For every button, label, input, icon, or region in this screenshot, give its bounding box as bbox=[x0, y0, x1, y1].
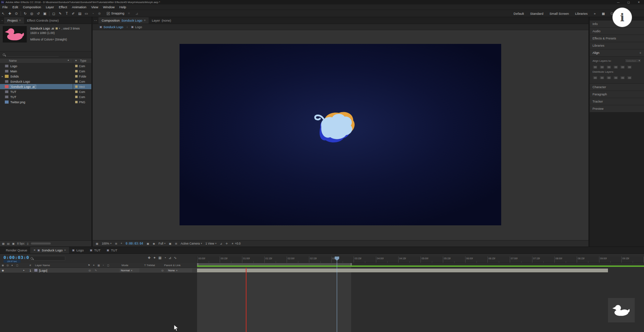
guides-icon[interactable]: ✛ bbox=[226, 242, 228, 245]
align-vcenter-button[interactable] bbox=[620, 65, 625, 69]
eraser-tool-icon[interactable]: ▭ bbox=[83, 12, 90, 15]
collapse-transform-icon[interactable]: ◎ bbox=[89, 269, 91, 272]
motion-blur-column-icon[interactable]: ◔ bbox=[102, 264, 104, 267]
info-overlay-button[interactable]: i bbox=[612, 8, 632, 27]
snap-shape-icon[interactable]: ⌗ bbox=[126, 11, 132, 15]
label-swatch-icon[interactable] bbox=[56, 27, 58, 29]
panel-audio[interactable]: Audio bbox=[590, 28, 644, 35]
snapping-checkbox[interactable]: ✓ bbox=[107, 12, 110, 15]
panel-paragraph[interactable]: Paragraph bbox=[590, 91, 644, 98]
align-right-button[interactable] bbox=[606, 65, 611, 69]
menu-view[interactable]: View bbox=[89, 5, 101, 9]
snapshot-icon[interactable]: ▣ bbox=[147, 242, 149, 245]
project-row-sonduck-logo[interactable]: Sonduck Logo Com bbox=[0, 79, 91, 84]
label-chip[interactable] bbox=[75, 70, 78, 72]
quality-column-icon[interactable]: ⚑ bbox=[88, 264, 90, 267]
magnification-grid-icon[interactable]: ▦ bbox=[96, 242, 99, 245]
quality-icon[interactable]: ✎ bbox=[95, 269, 97, 272]
project-row-twitter-png[interactable]: Twitter.png PNG bbox=[0, 99, 91, 105]
column-type[interactable]: Type bbox=[80, 59, 86, 62]
panel-menu-icon[interactable]: ≡ bbox=[144, 19, 146, 22]
layer-name[interactable]: [Logo] bbox=[39, 269, 47, 272]
parent-column-header[interactable]: Parent & Link bbox=[164, 264, 181, 267]
tab-timeline-logo[interactable]: ▣ Logo bbox=[69, 247, 87, 253]
layer-row[interactable]: ◉ ▸ 1 [Logo] ◎ ✎ Normal ▾ ◎ None ▾ bbox=[0, 268, 197, 273]
menu-composition[interactable]: Composition bbox=[21, 5, 44, 9]
puppet-tool-icon[interactable]: ⊕ bbox=[96, 12, 103, 15]
project-row-tut-1[interactable]: TUT Com bbox=[0, 89, 91, 94]
minimize-button[interactable]: — bbox=[613, 0, 623, 4]
blend-column-icon[interactable]: ▦ bbox=[97, 264, 100, 267]
audio-column-icon[interactable]: ◎ bbox=[7, 264, 9, 267]
viewer-tab-sonduck-logo[interactable]: ▣ Sonduck Logo bbox=[97, 24, 126, 30]
snap-angle-icon[interactable]: ⊿ bbox=[134, 12, 140, 15]
zoom-tool-icon[interactable]: ⊙ bbox=[13, 12, 20, 15]
mask-visibility-icon[interactable]: ⊞ bbox=[115, 242, 117, 245]
viewer-tab-logo[interactable]: ▣ Logo bbox=[128, 24, 145, 30]
frame-blending-icon[interactable]: ▦ bbox=[158, 256, 161, 260]
type-tool-icon[interactable]: T bbox=[64, 12, 70, 15]
selection-tool-icon[interactable]: ↖ bbox=[0, 12, 7, 15]
transparency-grid-icon[interactable]: ⊞ bbox=[175, 242, 177, 245]
mode-column-header[interactable]: Mode bbox=[122, 264, 128, 267]
current-timecode[interactable]: 0:00:03:04 bbox=[3, 255, 32, 260]
menu-animation[interactable]: Animation bbox=[69, 5, 89, 9]
panel-effects-presets[interactable]: Effects & Presets bbox=[590, 35, 644, 42]
back-arrow-icon[interactable]: ‹ bbox=[126, 25, 128, 29]
exposure-control[interactable]: ☀ +0.0 bbox=[231, 242, 241, 245]
label-chip[interactable] bbox=[75, 65, 78, 67]
zoom-dropdown[interactable]: 100%▾ bbox=[102, 242, 112, 245]
menu-file[interactable]: File bbox=[0, 5, 10, 9]
preview-time[interactable]: 0:00:03:04 bbox=[126, 242, 143, 245]
layer-duration-bar[interactable] bbox=[197, 269, 608, 272]
fast-previews-icon[interactable]: ▣ bbox=[169, 242, 172, 245]
align-bottom-button[interactable] bbox=[627, 65, 632, 69]
panel-menu-icon[interactable]: ≡ bbox=[64, 249, 66, 252]
distribute-bottom-button[interactable] bbox=[606, 76, 611, 80]
solo-column-icon[interactable]: ● bbox=[11, 264, 13, 267]
video-column-icon[interactable]: ◉ bbox=[2, 264, 4, 267]
workspace-libraries[interactable]: Libraries bbox=[572, 12, 590, 15]
workspace-standard[interactable]: Standard bbox=[527, 12, 547, 15]
project-row-logo[interactable]: Logo Com bbox=[0, 63, 91, 69]
menu-effect[interactable]: Effect bbox=[56, 5, 69, 9]
panel-menu-icon[interactable]: ≡ bbox=[640, 51, 641, 55]
panel-menu-icon[interactable]: ≡ bbox=[19, 19, 21, 22]
twirl-icon[interactable]: ▸ bbox=[23, 269, 25, 272]
hand-tool-icon[interactable]: ✚ bbox=[7, 12, 13, 15]
align-hcenter-button[interactable] bbox=[599, 65, 605, 69]
rotation-tool-icon[interactable]: ↺ bbox=[35, 12, 42, 15]
project-row-main[interactable]: Main Com bbox=[0, 69, 91, 74]
layer-visibility-icon[interactable]: ◉ bbox=[2, 269, 4, 272]
layer-name-column-header[interactable]: Layer Name bbox=[35, 264, 50, 267]
fx-column-icon[interactable]: ✦ bbox=[93, 264, 95, 267]
tab-project[interactable]: Project ≡ bbox=[4, 17, 24, 24]
mini-flowchart-icon[interactable]: ❖ bbox=[148, 256, 151, 260]
close-button[interactable]: ✕ bbox=[634, 0, 644, 4]
horizontal-scrollbar[interactable] bbox=[31, 242, 51, 245]
close-icon[interactable]: ✕ bbox=[33, 249, 36, 252]
trash-icon[interactable]: ▯ bbox=[27, 242, 28, 245]
distribute-left-button[interactable] bbox=[613, 76, 618, 80]
distribute-right-button[interactable] bbox=[627, 76, 632, 80]
tab-render-queue[interactable]: Render Queue bbox=[3, 247, 30, 253]
project-row-sonduck-logo-ai[interactable]: Sonduck Logo .ai Vect bbox=[0, 84, 91, 89]
timeline-search-input[interactable] bbox=[34, 257, 62, 260]
menu-help[interactable]: Help bbox=[117, 5, 129, 9]
tab-timeline-tut-2[interactable]: ▣ TUT bbox=[104, 247, 120, 253]
panel-preview[interactable]: Preview bbox=[590, 105, 644, 112]
label-chip[interactable] bbox=[75, 96, 78, 98]
composition-viewport[interactable] bbox=[180, 44, 501, 225]
label-chip[interactable] bbox=[75, 101, 78, 103]
camera-dropdown[interactable]: Active Camera▾ bbox=[181, 242, 202, 245]
shy-layers-icon[interactable]: ✦ bbox=[153, 256, 156, 260]
mask-tool-icon[interactable]: ◻ bbox=[50, 12, 57, 15]
twirl-icon[interactable]: ▸ bbox=[0, 75, 5, 78]
label-chip[interactable] bbox=[75, 91, 78, 93]
channels-icon[interactable]: ◉ bbox=[153, 242, 155, 245]
panel-align[interactable]: Align ≡ bbox=[590, 49, 644, 56]
pen-tool-icon[interactable]: ✎ bbox=[57, 12, 64, 15]
distribute-top-button[interactable] bbox=[593, 76, 598, 80]
stamp-tool-icon[interactable]: ▤ bbox=[77, 12, 83, 15]
label-column-icon[interactable]: ◆ bbox=[75, 59, 77, 61]
